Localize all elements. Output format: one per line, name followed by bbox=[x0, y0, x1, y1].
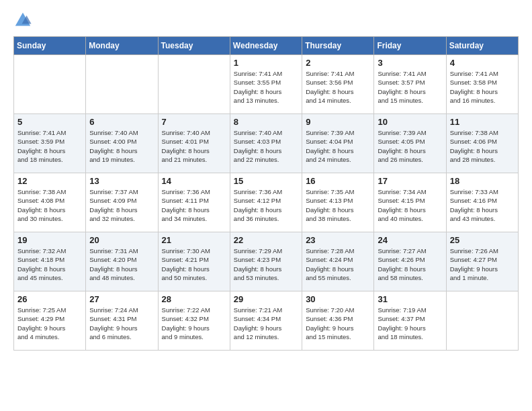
day-info: Sunrise: 7:39 AM Sunset: 4:04 PM Dayligh… bbox=[306, 128, 370, 164]
day-info: Sunrise: 7:19 AM Sunset: 4:37 PM Dayligh… bbox=[378, 306, 442, 341]
day-number: 31 bbox=[378, 294, 442, 304]
calendar-cell: 13Sunrise: 7:37 AM Sunset: 4:09 PM Dayli… bbox=[86, 173, 158, 232]
day-number: 5 bbox=[17, 117, 82, 127]
day-number: 26 bbox=[17, 294, 82, 304]
logo-icon bbox=[13, 11, 32, 30]
header-day-saturday: Saturday bbox=[446, 37, 518, 55]
day-number: 4 bbox=[450, 58, 515, 68]
calendar-cell: 10Sunrise: 7:39 AM Sunset: 4:05 PM Dayli… bbox=[374, 114, 446, 173]
calendar-cell: 22Sunrise: 7:29 AM Sunset: 4:23 PM Dayli… bbox=[230, 232, 302, 291]
day-info: Sunrise: 7:21 AM Sunset: 4:34 PM Dayligh… bbox=[234, 306, 298, 341]
day-info: Sunrise: 7:25 AM Sunset: 4:29 PM Dayligh… bbox=[17, 306, 82, 341]
day-number: 18 bbox=[450, 176, 515, 186]
day-number: 21 bbox=[162, 235, 226, 245]
day-number: 16 bbox=[306, 176, 370, 186]
day-info: Sunrise: 7:41 AM Sunset: 3:56 PM Dayligh… bbox=[306, 69, 370, 105]
header bbox=[13, 11, 519, 30]
calendar-cell: 17Sunrise: 7:34 AM Sunset: 4:15 PM Dayli… bbox=[374, 173, 446, 232]
week-row-5: 26Sunrise: 7:25 AM Sunset: 4:29 PM Dayli… bbox=[14, 291, 519, 351]
day-info: Sunrise: 7:20 AM Sunset: 4:36 PM Dayligh… bbox=[306, 306, 370, 341]
day-info: Sunrise: 7:26 AM Sunset: 4:27 PM Dayligh… bbox=[450, 246, 515, 282]
day-number: 19 bbox=[17, 235, 82, 245]
day-info: Sunrise: 7:40 AM Sunset: 4:00 PM Dayligh… bbox=[89, 128, 154, 164]
calendar-cell: 4Sunrise: 7:41 AM Sunset: 3:58 PM Daylig… bbox=[446, 55, 518, 114]
day-number: 30 bbox=[306, 294, 370, 304]
header-day-sunday: Sunday bbox=[14, 37, 86, 55]
calendar-cell: 28Sunrise: 7:22 AM Sunset: 4:32 PM Dayli… bbox=[158, 291, 230, 351]
calendar-cell: 24Sunrise: 7:27 AM Sunset: 4:26 PM Dayli… bbox=[374, 232, 446, 291]
day-info: Sunrise: 7:29 AM Sunset: 4:23 PM Dayligh… bbox=[234, 246, 298, 282]
day-number: 9 bbox=[306, 117, 370, 127]
day-number: 22 bbox=[234, 235, 298, 245]
day-number: 7 bbox=[162, 117, 226, 127]
calendar-cell bbox=[86, 55, 158, 114]
day-number: 17 bbox=[378, 176, 442, 186]
day-info: Sunrise: 7:32 AM Sunset: 4:18 PM Dayligh… bbox=[17, 246, 82, 282]
day-number: 29 bbox=[234, 294, 298, 304]
week-row-2: 5Sunrise: 7:41 AM Sunset: 3:59 PM Daylig… bbox=[14, 114, 519, 173]
calendar-cell: 11Sunrise: 7:38 AM Sunset: 4:06 PM Dayli… bbox=[446, 114, 518, 173]
day-info: Sunrise: 7:24 AM Sunset: 4:31 PM Dayligh… bbox=[89, 306, 154, 341]
day-number: 13 bbox=[89, 176, 154, 186]
calendar-cell: 8Sunrise: 7:40 AM Sunset: 4:03 PM Daylig… bbox=[230, 114, 302, 173]
day-number: 28 bbox=[162, 294, 226, 304]
calendar-cell: 20Sunrise: 7:31 AM Sunset: 4:20 PM Dayli… bbox=[86, 232, 158, 291]
calendar-cell: 31Sunrise: 7:19 AM Sunset: 4:37 PM Dayli… bbox=[374, 291, 446, 351]
week-row-1: 1Sunrise: 7:41 AM Sunset: 3:55 PM Daylig… bbox=[14, 55, 519, 114]
calendar-cell: 15Sunrise: 7:36 AM Sunset: 4:12 PM Dayli… bbox=[230, 173, 302, 232]
calendar-cell: 7Sunrise: 7:40 AM Sunset: 4:01 PM Daylig… bbox=[158, 114, 230, 173]
calendar-cell: 16Sunrise: 7:35 AM Sunset: 4:13 PM Dayli… bbox=[302, 173, 374, 232]
calendar-cell bbox=[446, 291, 518, 351]
calendar-table: SundayMondayTuesdayWednesdayThursdayFrid… bbox=[13, 36, 519, 351]
calendar-cell: 21Sunrise: 7:30 AM Sunset: 4:21 PM Dayli… bbox=[158, 232, 230, 291]
calendar-cell: 27Sunrise: 7:24 AM Sunset: 4:31 PM Dayli… bbox=[86, 291, 158, 351]
day-info: Sunrise: 7:33 AM Sunset: 4:16 PM Dayligh… bbox=[450, 187, 515, 223]
day-info: Sunrise: 7:30 AM Sunset: 4:21 PM Dayligh… bbox=[162, 246, 226, 282]
day-number: 6 bbox=[89, 117, 154, 127]
day-number: 20 bbox=[89, 235, 154, 245]
day-number: 25 bbox=[450, 235, 515, 245]
day-number: 10 bbox=[378, 117, 442, 127]
calendar-cell: 19Sunrise: 7:32 AM Sunset: 4:18 PM Dayli… bbox=[14, 232, 86, 291]
header-day-tuesday: Tuesday bbox=[158, 37, 230, 55]
header-day-friday: Friday bbox=[374, 37, 446, 55]
day-info: Sunrise: 7:41 AM Sunset: 3:59 PM Dayligh… bbox=[17, 128, 82, 164]
week-row-3: 12Sunrise: 7:38 AM Sunset: 4:08 PM Dayli… bbox=[14, 173, 519, 232]
calendar-cell: 23Sunrise: 7:28 AM Sunset: 4:24 PM Dayli… bbox=[302, 232, 374, 291]
day-info: Sunrise: 7:41 AM Sunset: 3:58 PM Dayligh… bbox=[450, 69, 515, 105]
calendar-cell: 25Sunrise: 7:26 AM Sunset: 4:27 PM Dayli… bbox=[446, 232, 518, 291]
calendar-cell: 1Sunrise: 7:41 AM Sunset: 3:55 PM Daylig… bbox=[230, 55, 302, 114]
day-info: Sunrise: 7:34 AM Sunset: 4:15 PM Dayligh… bbox=[378, 187, 442, 223]
day-info: Sunrise: 7:35 AM Sunset: 4:13 PM Dayligh… bbox=[306, 187, 370, 223]
calendar-header: SundayMondayTuesdayWednesdayThursdayFrid… bbox=[14, 37, 519, 55]
calendar-cell: 5Sunrise: 7:41 AM Sunset: 3:59 PM Daylig… bbox=[14, 114, 86, 173]
day-info: Sunrise: 7:38 AM Sunset: 4:08 PM Dayligh… bbox=[17, 187, 82, 223]
header-day-monday: Monday bbox=[86, 37, 158, 55]
day-number: 27 bbox=[89, 294, 154, 304]
day-info: Sunrise: 7:40 AM Sunset: 4:01 PM Dayligh… bbox=[162, 128, 226, 164]
day-info: Sunrise: 7:37 AM Sunset: 4:09 PM Dayligh… bbox=[89, 187, 154, 223]
day-number: 3 bbox=[378, 58, 442, 68]
day-number: 24 bbox=[378, 235, 442, 245]
calendar-cell: 30Sunrise: 7:20 AM Sunset: 4:36 PM Dayli… bbox=[302, 291, 374, 351]
logo bbox=[13, 11, 35, 30]
day-info: Sunrise: 7:39 AM Sunset: 4:05 PM Dayligh… bbox=[378, 128, 442, 164]
calendar-cell: 3Sunrise: 7:41 AM Sunset: 3:57 PM Daylig… bbox=[374, 55, 446, 114]
header-row: SundayMondayTuesdayWednesdayThursdayFrid… bbox=[14, 37, 519, 55]
day-info: Sunrise: 7:41 AM Sunset: 3:55 PM Dayligh… bbox=[234, 69, 298, 105]
day-info: Sunrise: 7:40 AM Sunset: 4:03 PM Dayligh… bbox=[234, 128, 298, 164]
day-number: 8 bbox=[234, 117, 298, 127]
calendar-cell: 14Sunrise: 7:36 AM Sunset: 4:11 PM Dayli… bbox=[158, 173, 230, 232]
day-info: Sunrise: 7:22 AM Sunset: 4:32 PM Dayligh… bbox=[162, 306, 226, 341]
day-info: Sunrise: 7:36 AM Sunset: 4:11 PM Dayligh… bbox=[162, 187, 226, 223]
day-number: 14 bbox=[162, 176, 226, 186]
day-number: 1 bbox=[234, 58, 298, 68]
day-number: 2 bbox=[306, 58, 370, 68]
day-info: Sunrise: 7:31 AM Sunset: 4:20 PM Dayligh… bbox=[89, 246, 154, 282]
week-row-4: 19Sunrise: 7:32 AM Sunset: 4:18 PM Dayli… bbox=[14, 232, 519, 291]
day-info: Sunrise: 7:41 AM Sunset: 3:57 PM Dayligh… bbox=[378, 69, 442, 105]
calendar-cell: 18Sunrise: 7:33 AM Sunset: 4:16 PM Dayli… bbox=[446, 173, 518, 232]
day-info: Sunrise: 7:28 AM Sunset: 4:24 PM Dayligh… bbox=[306, 246, 370, 282]
day-info: Sunrise: 7:38 AM Sunset: 4:06 PM Dayligh… bbox=[450, 128, 515, 164]
day-number: 11 bbox=[450, 117, 515, 127]
